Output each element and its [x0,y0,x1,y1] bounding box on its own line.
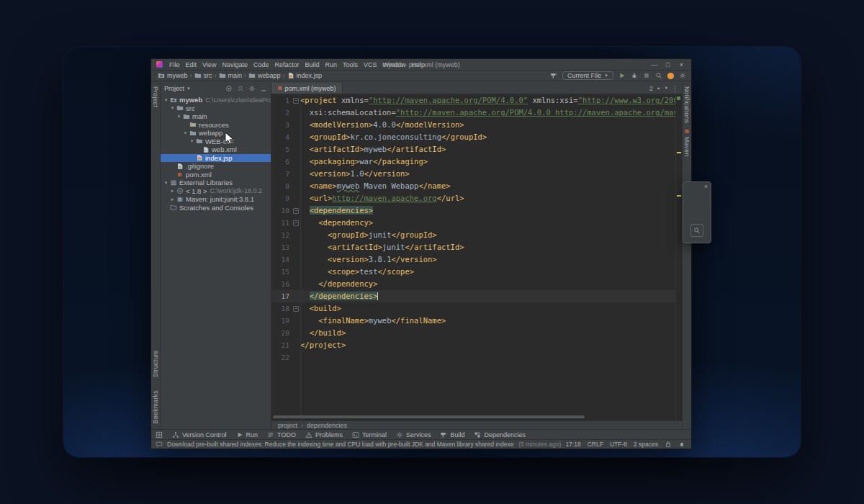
breadcrumb-src[interactable]: src [193,72,214,79]
menu-build[interactable]: Build [302,61,322,68]
stop-icon[interactable] [643,72,650,79]
status-widget-utf-8[interactable]: UTF-8 [610,441,627,448]
panel-options-gear-icon[interactable] [248,85,256,92]
lock-icon[interactable] [665,441,672,448]
code-text[interactable]: <name>myweb Maven Webapp</name> [300,180,675,192]
editor-breadcrumb-dependencies[interactable]: dependencies [307,422,347,429]
toolwindow-button-services[interactable]: Services [396,431,431,438]
menu-tools[interactable]: Tools [340,61,361,68]
tree-item-pom.xml[interactable]: mpom.xml [161,171,271,179]
toolwindow-button-todo[interactable]: TODO [267,431,296,438]
tree-item-src[interactable]: ▾src [161,104,271,113]
toolwindow-button-problems[interactable]: Problems [305,431,343,438]
tree-item-myweb[interactable]: ▾mywebC:\Users\czlan\IdeaProjects\myweb [161,96,271,104]
tree-item-index.jsp[interactable]: index.jsp [161,154,271,163]
code-line-17[interactable]: 17 </dependencies> [271,290,675,302]
build-project-icon[interactable] [550,72,557,79]
code-text[interactable]: </build> [300,327,675,339]
code-text[interactable]: <build> [300,302,675,315]
chevron-down-icon[interactable]: ▾ [182,130,189,136]
inspections-widget[interactable]: 2 ▲ ▼ [649,83,682,94]
fold-collapse-icon[interactable]: − [293,220,299,226]
status-widget-crlf[interactable]: CRLF [588,441,603,448]
code-text[interactable]: <project xmlns="http://maven.apache.org/… [300,94,675,107]
code-text[interactable]: <artifactId>myweb</artifactId> [300,143,675,156]
user-avatar[interactable] [667,73,674,79]
debug-icon[interactable] [631,72,638,79]
code-line-19[interactable]: 19 <finalName>myweb</finalName> [271,315,675,327]
tree-item-scratches-and-consoles[interactable]: Scratches and Consoles [161,204,271,212]
project-panel-title[interactable]: Project [164,85,184,92]
menu-edit[interactable]: Edit [183,61,200,68]
code-line-15[interactable]: 15 <scope>test</scope> [271,266,675,278]
menu-file[interactable]: File [166,61,183,68]
tree-item-webapp[interactable]: ▾webapp [161,129,271,138]
chevron-down-icon[interactable]: ▾ [163,97,169,103]
toolwindow-switcher-icon[interactable] [156,431,163,438]
code-text[interactable]: </project> [300,339,675,351]
toolwindow-button-bookmarks[interactable]: Bookmarks [152,390,159,423]
code-line-20[interactable]: 20 </build> [271,327,675,339]
menu-run[interactable]: Run [322,61,340,68]
search-everywhere-icon[interactable] [655,72,662,79]
toolwindow-button-notifications[interactable]: Notifications [683,86,690,124]
breadcrumb-webapp[interactable]: webapp [247,72,282,79]
chevron-down-icon[interactable]: ▾ [176,114,182,120]
code-text[interactable]: xsi:schemaLocation="http://maven.apache.… [300,107,675,119]
breadcrumb-index.jsp[interactable]: index.jsp [286,72,324,79]
toolwindow-button-dependencies[interactable]: Dependencies [474,431,526,438]
breadcrumb-myweb[interactable]: myweb [156,72,189,79]
status-message[interactable]: Download pre-built shared indexes: Reduc… [167,441,514,448]
code-editor[interactable]: 1−<project xmlns="http://maven.apache.or… [271,94,682,420]
code-text[interactable]: <groupId>kr.co.joneconsulting</groupId> [300,131,675,143]
code-line-21[interactable]: 21</project> [271,339,675,351]
toolwindow-button-run[interactable]: Run [236,431,258,438]
minimize-button[interactable]: — [647,61,661,68]
code-text[interactable]: <version>1.0</version> [300,168,675,180]
tree-item-web.xml[interactable]: web.xml [161,145,271,154]
close-icon[interactable]: × [704,183,708,190]
editor-tab-pom-xml[interactable]: m pom.xml (myweb) [271,83,343,94]
fold-collapse-icon[interactable]: − [293,208,299,214]
chevron-right-icon[interactable]: ▸ [169,188,176,194]
warning-mark[interactable] [677,152,681,153]
code-line-6[interactable]: 6 <packaging>war</packaging> [271,156,675,168]
floating-search-button[interactable] [690,224,703,237]
tree-item-maven-junit-junit-3.8.1[interactable]: ▸Maven: junit:junit:3.8.1 [161,195,271,204]
code-line-13[interactable]: 13 <artifactId>junit</artifactId> [271,241,675,253]
tree-item-external-libraries[interactable]: ▾External Libraries [161,179,271,187]
code-text[interactable]: </dependencies> [300,290,675,302]
code-line-5[interactable]: 5 <artifactId>myweb</artifactId> [271,143,675,156]
menu-vcs[interactable]: VCS [361,61,380,68]
code-line-3[interactable]: 3 <modelVersion>4.0.0</modelVersion> [271,119,675,131]
menu-help[interactable]: Help [409,61,428,68]
tree-item-.gitignore[interactable]: .gitignore [161,162,271,171]
event-log-icon[interactable] [156,441,163,448]
fold-collapse-icon[interactable]: − [293,98,299,104]
chevron-down-icon[interactable]: ▼ [186,86,191,91]
toolwindow-button-version-control[interactable]: Version Control [172,431,227,438]
code-line-9[interactable]: 9 <url>http://maven.apache.org</url> [271,192,675,204]
tree-item-main[interactable]: ▾main [161,112,271,121]
code-text[interactable]: <version>3.8.1</version> [300,253,675,266]
tree-item--1.8-[interactable]: ▸< 1.8 >C:\work\jdk-18.0.2 [161,187,271,196]
bell-icon[interactable] [678,441,685,448]
warning-mark[interactable] [677,195,681,197]
error-stripe[interactable] [675,94,682,420]
prev-problem-icon[interactable]: ▲ [657,86,660,91]
close-button[interactable]: × [675,61,688,68]
menu-navigate[interactable]: Navigate [219,61,251,68]
menu-refactor[interactable]: Refactor [271,61,302,68]
status-widget-2-spaces[interactable]: 2 spaces [634,441,658,448]
code-text[interactable]: <modelVersion>4.0.0</modelVersion> [300,119,675,131]
fold-collapse-icon[interactable]: − [293,306,299,312]
code-text[interactable]: <finalName>myweb</finalName> [300,315,675,327]
editor-breadcrumb-project[interactable]: project [278,422,297,429]
breadcrumb-main[interactable]: main [217,72,244,79]
code-line-12[interactable]: 12 <groupId>junit</groupId> [271,229,675,241]
menu-window[interactable]: Window [380,61,409,68]
code-line-14[interactable]: 14 <version>3.8.1</version> [271,253,675,266]
code-text[interactable]: <packaging>war</packaging> [300,156,675,168]
code-line-4[interactable]: 4 <groupId>kr.co.joneconsulting</groupId… [271,131,675,143]
status-widget-17-18[interactable]: 17:18 [565,441,580,448]
